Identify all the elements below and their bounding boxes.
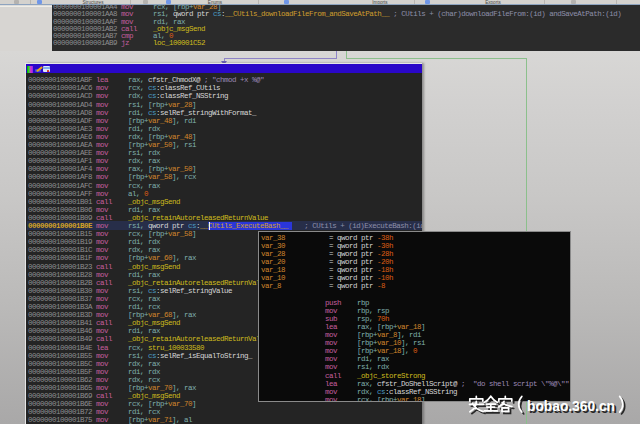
- svg-text:bobao.360.cn: bobao.360.cn: [529, 401, 617, 416]
